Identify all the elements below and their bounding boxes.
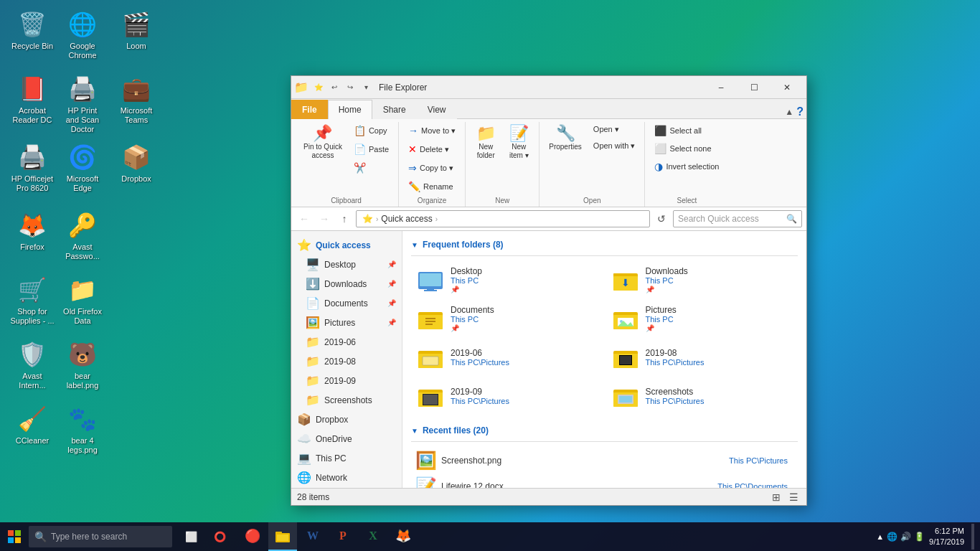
close-button[interactable]: ✕ bbox=[771, 76, 804, 99]
desktop-icon-shop[interactable]: 🛒 Shop for Supplies - ... bbox=[7, 273, 57, 329]
folder-2019-08-icon bbox=[611, 343, 640, 372]
taskbar-file-explorer[interactable] bbox=[268, 522, 297, 551]
recent-lifewire[interactable]: 📝 Lifewire 12.docx This PC\Documents bbox=[411, 474, 798, 488]
maximize-button[interactable]: ☐ bbox=[738, 76, 771, 99]
taskbar-firefox[interactable]: 🦊 bbox=[389, 522, 418, 551]
sidebar-downloads[interactable]: ⬇️ Downloads 📌 bbox=[291, 274, 402, 293]
folder-downloads[interactable]: ⬇ Downloads This PC 📌 bbox=[606, 262, 798, 298]
sidebar-2019-06[interactable]: 📁 2019-06 bbox=[291, 332, 402, 352]
frequent-folders-header[interactable]: ▼ Frequent folders (8) bbox=[411, 237, 798, 255]
redo-nav-btn[interactable]: ↪ bbox=[343, 80, 357, 95]
icon-label-acrobat-reader: Acrobat Reader DC bbox=[10, 106, 55, 125]
desktop-icon-ccleaner[interactable]: 🧹 CCleaner bbox=[7, 402, 57, 448]
recent-screenshot[interactable]: 🖼️ Screenshot.png This PC\Pictures bbox=[411, 448, 798, 474]
show-hidden-icons-button[interactable]: ▲ bbox=[876, 532, 884, 541]
sidebar-desktop[interactable]: 🖥️ Desktop 📌 bbox=[291, 255, 402, 274]
delete-button[interactable]: ✕ Delete ▾ bbox=[403, 141, 461, 158]
sidebar-this-pc[interactable]: 💻 This PC bbox=[291, 448, 402, 468]
desktop-icon-ms-edge[interactable]: 🌀 Microsoft Edge bbox=[57, 140, 108, 196]
taskbar-search-bar[interactable]: 🔍 Type here to search bbox=[29, 526, 172, 547]
back-button[interactable]: ← bbox=[296, 210, 313, 227]
tab-share[interactable]: Share bbox=[372, 100, 417, 119]
clock[interactable]: 6:12 PM 9/17/2019 bbox=[929, 526, 964, 548]
show-desktop-button[interactable] bbox=[971, 524, 974, 550]
desktop-icon-ms-teams[interactable]: 💼 Microsoft Teams bbox=[111, 72, 161, 128]
desktop-icon-firefox[interactable]: 🦊 Firefox bbox=[7, 208, 57, 255]
pin-to-quick-access-button[interactable]: 📌 Pin to Quickaccess bbox=[298, 122, 347, 164]
sidebar-documents[interactable]: 📄 Documents 📌 bbox=[291, 293, 402, 313]
sidebar-dropbox[interactable]: 📦 Dropbox bbox=[291, 410, 402, 429]
start-button[interactable] bbox=[0, 522, 29, 551]
desktop-icon-avast-pass[interactable]: 🔑 Avast Passwo... bbox=[57, 208, 108, 264]
taskbar-powerpoint[interactable]: P bbox=[329, 522, 357, 551]
explorer-body: ⭐ Quick access 🖥️ Desktop 📌 ⬇️ Downloads… bbox=[291, 231, 806, 488]
taskbar-toast-icon[interactable]: 🔴 bbox=[238, 522, 267, 551]
desktop-icon-old-firefox[interactable]: 📁 Old Firefox Data bbox=[57, 273, 108, 329]
desktop-icon-acrobat-reader[interactable]: 📕 Acrobat Reader DC bbox=[7, 72, 57, 128]
taskbar-word[interactable]: W bbox=[298, 522, 327, 551]
open-with-button[interactable]: Open with ▾ bbox=[588, 138, 641, 154]
invert-selection-button[interactable]: ◑ Invert selection bbox=[649, 158, 724, 175]
desktop-icon-officejet[interactable]: 🖨️ HP Officejet Pro 8620 bbox=[7, 140, 57, 196]
folder-desktop[interactable]: Desktop This PC 📌 bbox=[411, 262, 603, 298]
desktop-icon-dropbox[interactable]: 📦 Dropbox bbox=[111, 140, 161, 187]
large-icons-view-button[interactable]: ⊞ bbox=[769, 490, 783, 504]
folder-screenshots[interactable]: Screenshots This PC\Pictures bbox=[606, 378, 798, 414]
details-view-button[interactable]: ☰ bbox=[786, 490, 801, 504]
folder-2019-09[interactable]: 2019-09 This PC\Pictures bbox=[411, 378, 603, 414]
sidebar-2019-09[interactable]: 📁 2019-09 bbox=[291, 371, 402, 390]
desktop-icon-loom[interactable]: 🎬 Loom bbox=[111, 7, 161, 54]
sidebar-pictures[interactable]: 🖼️ Pictures 📌 bbox=[291, 313, 402, 332]
ribbon-tabs: File Home Share View ▲ ? bbox=[291, 99, 806, 119]
sidebar-quick-access[interactable]: ⭐ Quick access bbox=[291, 234, 402, 255]
tab-view[interactable]: View bbox=[417, 100, 457, 119]
tab-home[interactable]: Home bbox=[328, 100, 372, 119]
rename-button[interactable]: ✏️ Rename bbox=[403, 178, 461, 195]
address-bar[interactable]: ⭐ › Quick access › bbox=[356, 210, 650, 227]
desktop-icon-avast-intern[interactable]: 🛡️ Avast Intern... bbox=[7, 337, 57, 393]
minimize-button[interactable]: – bbox=[705, 76, 738, 99]
recent-files-header[interactable]: ▼ Recent files (20) bbox=[411, 423, 798, 441]
folder-2019-08[interactable]: 2019-08 This PC\Pictures bbox=[606, 339, 798, 375]
open-button[interactable]: Open ▾ bbox=[588, 122, 641, 137]
search-bar[interactable]: Search Quick access 🔍 bbox=[673, 210, 802, 227]
folder-documents[interactable]: Documents This PC 📌 bbox=[411, 301, 603, 336]
desktop-icon-bear-label[interactable]: 🐻 bear label.png bbox=[57, 337, 108, 393]
folder-2019-06[interactable]: 2019-06 This PC\Pictures bbox=[411, 339, 603, 375]
cut-button[interactable]: ✂️ bbox=[349, 159, 394, 176]
ribbon-collapse-btn[interactable]: ▲ bbox=[785, 107, 793, 117]
down-nav-btn[interactable]: ▾ bbox=[359, 80, 373, 95]
properties-button[interactable]: 🔧 Properties bbox=[544, 122, 587, 155]
taskbar-apps: 🔴 W P X 🦊 bbox=[238, 522, 418, 551]
refresh-button[interactable]: ↺ bbox=[653, 210, 670, 227]
icon-image-google-chrome: 🌐 bbox=[68, 10, 97, 39]
taskbar-excel[interactable]: X bbox=[359, 522, 387, 551]
new-item-button[interactable]: 📝 Newitem ▾ bbox=[503, 122, 534, 164]
desktop-icon-google-chrome[interactable]: 🌐 Google Chrome bbox=[57, 7, 108, 63]
up-button[interactable]: ↑ bbox=[336, 210, 353, 227]
desktop-icon-hp-print[interactable]: 🖨️ HP Print and Scan Doctor bbox=[57, 72, 108, 138]
folder-pictures[interactable]: Pictures This PC 📌 bbox=[606, 301, 798, 336]
help-button[interactable]: ? bbox=[796, 105, 804, 118]
clipboard-group: 📌 Pin to Quickaccess 📋 Copy 📄 Paste bbox=[294, 122, 399, 207]
sidebar-onedrive[interactable]: ☁️ OneDrive bbox=[291, 429, 402, 448]
paste-button[interactable]: 📄 Paste bbox=[349, 141, 394, 158]
desktop-icon-recycle-bin[interactable]: 🗑️ Recycle Bin bbox=[7, 7, 57, 54]
sidebar-desktop-pin: 📌 bbox=[387, 260, 396, 268]
select-all-button[interactable]: ⬛ Select all bbox=[649, 122, 707, 139]
select-none-button[interactable]: ⬜ Select none bbox=[649, 140, 716, 157]
sidebar-screenshots[interactable]: 📁 Screenshots bbox=[291, 390, 402, 410]
tab-file[interactable]: File bbox=[291, 100, 328, 119]
sidebar-2019-08[interactable]: 📁 2019-08 bbox=[291, 352, 402, 371]
desktop-icon-bear4legs[interactable]: 🐾 bear 4 legs.png bbox=[57, 402, 108, 458]
forward-button[interactable]: → bbox=[316, 210, 333, 227]
task-view-button[interactable]: ⬜ bbox=[178, 524, 204, 550]
move-to-button[interactable]: → Move to ▾ bbox=[403, 122, 461, 139]
copy-to-button[interactable]: ⇒ Copy to ▾ bbox=[403, 159, 461, 176]
sidebar-network[interactable]: 🌐 Network bbox=[291, 468, 402, 487]
quick-access-nav-btn[interactable]: ⭐ bbox=[311, 80, 326, 95]
new-folder-button[interactable]: 📁 Newfolder bbox=[470, 122, 501, 164]
copy-button[interactable]: 📋 Copy bbox=[349, 122, 394, 139]
cortana-button[interactable]: ⭕ bbox=[207, 524, 232, 550]
undo-nav-btn[interactable]: ↩ bbox=[327, 80, 341, 95]
